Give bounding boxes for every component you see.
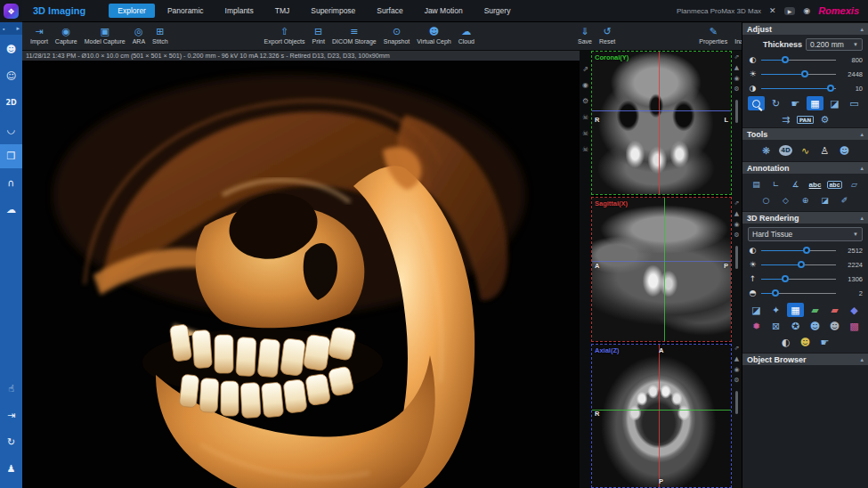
slice-scrollbar[interactable]: [735, 391, 738, 414]
coronal-view[interactable]: Coronal(Y) R L: [591, 51, 732, 195]
skull-left-preset-icon[interactable]: ☠: [582, 113, 588, 121]
collapse-icon[interactable]: ▴: [860, 215, 864, 222]
sidebar-item-arch[interactable]: ∩: [0, 171, 22, 195]
implant-draw-icon[interactable]: ✐: [836, 193, 853, 207]
sidebar-item-patient[interactable]: ☺: [0, 64, 22, 88]
slice-scrollbar[interactable]: [735, 100, 738, 123]
head-solid-icon[interactable]: ☻: [826, 319, 843, 333]
light-icon[interactable]: ✦: [767, 303, 784, 317]
gamma-slider[interactable]: [761, 85, 836, 93]
pan-hand-icon[interactable]: ☛: [787, 96, 804, 110]
section-3d-rendering[interactable]: 3D Rendering ▴: [742, 211, 868, 224]
histogram-icon[interactable]: ◪: [748, 303, 765, 317]
save-button[interactable]: ⇓Save: [574, 26, 596, 46]
expand-icon[interactable]: ⇗: [734, 53, 740, 61]
expand-sidebar-icon[interactable]: ▸: [16, 25, 20, 32]
camera-icon[interactable]: ◉: [734, 221, 739, 228]
ara-button[interactable]: ◎ARA: [129, 26, 149, 46]
rendering-contrast-slider[interactable]: [761, 247, 836, 255]
thickness-select[interactable]: 0.200 mm ▼: [806, 38, 863, 51]
pan-mode-icon[interactable]: PAN: [797, 112, 814, 126]
slice-grid-icon[interactable]: ▦: [807, 96, 823, 110]
shield-icon[interactable]: ✪: [787, 319, 804, 333]
export-list-icon[interactable]: ⇉: [777, 112, 794, 126]
skull-right-preset-icon[interactable]: ☠: [582, 145, 588, 153]
warning-icon[interactable]: ▲: [734, 210, 739, 217]
sidebar-item-export-user[interactable]: ⇥: [0, 403, 22, 427]
point-marker-icon[interactable]: ⊕: [797, 193, 814, 207]
expand-view-icon[interactable]: ⇗: [582, 65, 588, 73]
rendering-smoothing-slider[interactable]: [761, 289, 836, 297]
section-tools[interactable]: Tools ▴: [742, 127, 868, 140]
eraser-icon[interactable]: ◪: [816, 193, 833, 207]
sidebar-item-patients[interactable]: ☻: [0, 37, 22, 61]
brightness-slider[interactable]: [761, 70, 836, 78]
pin-icon[interactable]: ▪: [3, 26, 4, 32]
export-objects-button[interactable]: ⇧Export Objects: [261, 26, 309, 46]
axial-sagittal-crossline[interactable]: [659, 345, 660, 487]
histogram-icon[interactable]: ◪: [826, 96, 843, 110]
section-annotation[interactable]: Annotation ▴: [742, 161, 868, 174]
corner-measure-icon[interactable]: ∟: [767, 177, 784, 191]
cloud-button[interactable]: ☁Cloud: [455, 26, 478, 46]
wrench-icon[interactable]: ⚙: [734, 85, 739, 93]
rotate-tool-icon[interactable]: ↻: [767, 96, 784, 110]
video-icon[interactable]: ▶: [784, 7, 796, 15]
sidebar-item-2d[interactable]: 2D: [0, 91, 22, 115]
contrast-slider[interactable]: [761, 56, 836, 64]
wrench-icon[interactable]: ⚙: [734, 232, 739, 239]
sidebar-item-dentition[interactable]: ◡: [0, 118, 22, 142]
virtual-ceph-button[interactable]: ☻Virtual Ceph: [413, 26, 454, 46]
sidebar-item-lips[interactable]: ☁: [0, 198, 22, 222]
import-button[interactable]: ⇥Import: [27, 26, 52, 46]
section-adjust[interactable]: Adjust ▴: [742, 22, 868, 35]
slice-grid-icon[interactable]: ▦: [787, 303, 804, 317]
reset-button[interactable]: ↺Reset: [596, 26, 619, 46]
collapse-icon[interactable]: ▴: [860, 165, 864, 172]
4d-tool-icon[interactable]: 4D: [777, 143, 794, 158]
properties-button[interactable]: ✎Properties: [695, 26, 731, 46]
rendering-threshold-slider[interactable]: [761, 275, 836, 283]
section-object-browser[interactable]: Object Browser ▴: [742, 353, 868, 365]
stitch-button[interactable]: ⊞Stitch: [149, 26, 172, 46]
skull-front-preset-icon[interactable]: ☠: [582, 129, 588, 137]
angle-measure-icon[interactable]: ∡: [787, 177, 804, 191]
expand-icon[interactable]: ⇗: [734, 345, 740, 352]
sidebar-item-hand[interactable]: ☝: [0, 377, 22, 401]
zoom-tool-icon[interactable]: [748, 96, 765, 110]
grab-head-icon[interactable]: ☛: [816, 335, 833, 349]
brush-tool-icon[interactable]: ❋: [758, 143, 775, 158]
palette-icon[interactable]: ▩: [846, 319, 863, 333]
rect-draw-icon[interactable]: ▱: [846, 177, 863, 191]
warning-icon[interactable]: ▲: [734, 64, 739, 71]
ruler-icon[interactable]: ▤: [748, 177, 765, 191]
print-button[interactable]: ⊟Print: [309, 26, 329, 46]
model-capture-button[interactable]: ▣Model Capture: [81, 26, 129, 46]
clip-icon[interactable]: ⊠: [767, 319, 784, 333]
volume-measure-icon[interactable]: ◇: [777, 193, 794, 207]
label-annotation-icon[interactable]: abc: [826, 177, 843, 191]
dicom-storage-button[interactable]: ≡DICOM Storage: [329, 26, 380, 46]
axial-coronal-crossline[interactable]: [592, 410, 731, 411]
rendering-brightness-slider[interactable]: [761, 261, 836, 269]
slice-scrollbar[interactable]: [735, 246, 738, 269]
sagittal-coronal-crossline[interactable]: [664, 198, 665, 340]
collapse-icon[interactable]: ▴: [860, 356, 864, 363]
circle-draw-icon[interactable]: ○: [758, 193, 775, 207]
half-head-icon[interactable]: ◐: [777, 335, 794, 349]
tab-implants[interactable]: Implants: [216, 4, 263, 18]
mask-head-icon[interactable]: ☻: [797, 335, 814, 349]
ceph-tool-icon[interactable]: ☻: [836, 143, 853, 158]
tab-superimpose[interactable]: Superimpose: [302, 4, 364, 18]
wrench-icon[interactable]: ⚙: [734, 377, 739, 384]
green-plane-icon[interactable]: ▰: [807, 303, 823, 317]
collapse-icon[interactable]: ▴: [860, 131, 864, 138]
sidebar-item-history[interactable]: ↻: [0, 430, 22, 454]
color-star-icon[interactable]: ✹: [748, 319, 765, 333]
sidebar-item-user[interactable]: ♟: [0, 457, 22, 481]
tab-tmj[interactable]: TMJ: [266, 4, 299, 18]
tooth-tool-icon[interactable]: ♙: [816, 143, 833, 158]
camera-icon[interactable]: ◉: [734, 75, 739, 82]
collapse-icon[interactable]: ▴: [860, 26, 864, 33]
layout-icon[interactable]: ▭: [846, 96, 863, 110]
